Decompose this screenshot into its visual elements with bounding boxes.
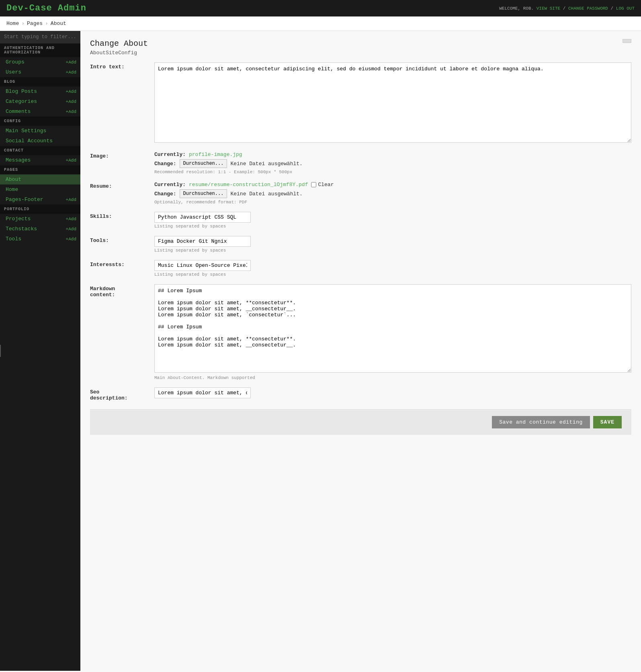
sidebar-item-groups[interactable]: Groups +Add bbox=[0, 57, 80, 67]
sidebar-item-users-add[interactable]: +Add bbox=[66, 70, 76, 75]
sidebar-item-tools-add[interactable]: +Add bbox=[66, 237, 76, 242]
interests-input[interactable] bbox=[154, 260, 251, 271]
main-content: Change About AboutSiteConfig Intro text:… bbox=[80, 31, 641, 671]
layout: « AUTHENTICATION AND AUTHORIZATION Group… bbox=[0, 31, 641, 671]
resume-currently-label: Currently: bbox=[154, 182, 186, 188]
sidebar-item-blog-posts-add[interactable]: +Add bbox=[66, 89, 76, 94]
sidebar-item-main-settings[interactable]: Main Settings bbox=[0, 126, 80, 136]
image-label: Image: bbox=[90, 152, 154, 159]
resume-label: Resume: bbox=[90, 182, 154, 189]
model-name: AboutSiteConfig bbox=[90, 50, 631, 56]
sidebar-item-messages-add[interactable]: +Add bbox=[66, 158, 76, 163]
sidebar-item-groups-add[interactable]: +Add bbox=[66, 60, 76, 65]
sidebar-item-home-label: Home bbox=[6, 186, 18, 193]
sidebar-item-projects-label: Projects bbox=[6, 216, 31, 222]
sidebar-item-pages-footer-add[interactable]: +Add bbox=[66, 197, 76, 202]
sidebar-item-projects[interactable]: Projects +Add bbox=[0, 214, 80, 224]
save-continue-button[interactable]: Save and continue editing bbox=[492, 416, 590, 428]
resume-clear-label: Clear bbox=[318, 182, 334, 188]
image-hint: Recommended resolution: 1:1 - Example: 5… bbox=[154, 170, 631, 174]
sidebar-item-messages[interactable]: Messages +Add bbox=[0, 155, 80, 165]
history-button[interactable] bbox=[623, 39, 631, 43]
sidebar-item-techstacks-label: Techstacks bbox=[6, 226, 37, 232]
skills-field: Listing separated by spaces bbox=[154, 212, 631, 229]
sidebar-item-blog-posts[interactable]: Blog Posts +Add bbox=[0, 86, 80, 96]
resume-currently-row: Currently: resume/resume-construction_lO… bbox=[154, 182, 631, 188]
markdown-label: Markdowncontent: bbox=[90, 284, 154, 298]
log-out-link[interactable]: LOG OUT bbox=[616, 6, 635, 11]
submit-bar: Save and continue editing SAVE bbox=[90, 409, 631, 435]
sidebar-item-comments-add[interactable]: +Add bbox=[66, 109, 76, 114]
skills-label: Skills: bbox=[90, 212, 154, 219]
sidebar-item-home[interactable]: Home bbox=[0, 184, 80, 195]
resume-file-button[interactable]: Durchsuchen... bbox=[180, 189, 227, 198]
sidebar-section-contact: CONTACT bbox=[0, 146, 80, 155]
save-button[interactable]: SAVE bbox=[593, 416, 622, 428]
form-row-interests: Interessts: Listing separated by spaces bbox=[90, 260, 631, 277]
sidebar-item-pages-footer-label: Pages-Footer bbox=[6, 197, 43, 203]
header: Dev-Case Admin WELCOME, ROB. VIEW SITE /… bbox=[0, 0, 641, 16]
change-password-link[interactable]: CHANGE PASSWORD bbox=[568, 6, 608, 11]
about-form: Intro text: Lorem ipsum dolor sit amet, … bbox=[90, 62, 631, 435]
form-row-skills: Skills: Listing separated by spaces bbox=[90, 212, 631, 229]
resume-field: Currently: resume/resume-construction_lO… bbox=[154, 182, 631, 205]
image-change-label: Change: bbox=[154, 161, 176, 167]
image-file-button[interactable]: Durchsuchen... bbox=[180, 159, 227, 168]
sidebar-item-about[interactable]: About bbox=[0, 174, 80, 184]
breadcrumb-home[interactable]: Home bbox=[6, 20, 19, 27]
sidebar-item-comments[interactable]: Comments +Add bbox=[0, 107, 80, 117]
image-file-none-label: Keine Datei ausgewählt. bbox=[230, 161, 302, 167]
form-row-intro: Intro text: Lorem ipsum dolor sit amet, … bbox=[90, 62, 631, 144]
interests-label: Interessts: bbox=[90, 260, 154, 268]
sidebar-item-users[interactable]: Users +Add bbox=[0, 67, 80, 77]
sidebar-collapse-btn[interactable]: « bbox=[0, 345, 1, 357]
sidebar-item-pages-footer[interactable]: Pages-Footer +Add bbox=[0, 195, 80, 205]
sidebar-item-users-label: Users bbox=[6, 69, 21, 75]
breadcrumb: Home › Pages › About bbox=[0, 16, 641, 31]
tools-input[interactable] bbox=[154, 236, 251, 247]
breadcrumb-sep-2: › bbox=[45, 20, 48, 27]
breadcrumb-current: About bbox=[51, 20, 66, 27]
sidebar-item-categories[interactable]: Categories +Add bbox=[0, 96, 80, 107]
sidebar-item-blog-posts-label: Blog Posts bbox=[6, 88, 37, 94]
page-title: Change About bbox=[90, 39, 631, 48]
skills-hint: Listing separated by spaces bbox=[154, 224, 631, 229]
sidebar-item-main-settings-label: Main Settings bbox=[6, 128, 46, 134]
form-row-seo: Seodescription: bbox=[90, 387, 631, 401]
sidebar-item-techstacks-add[interactable]: +Add bbox=[66, 227, 76, 232]
sidebar-item-social-accounts[interactable]: Social Accounts bbox=[0, 136, 80, 146]
sidebar-section-pages: PAGES bbox=[0, 165, 80, 174]
skills-input[interactable] bbox=[154, 212, 251, 223]
sidebar-item-techstacks[interactable]: Techstacks +Add bbox=[0, 224, 80, 234]
intro-text-input[interactable]: Lorem ipsum dolor sit amet, consectetur … bbox=[154, 62, 631, 143]
image-currently-label: Currently: bbox=[154, 152, 186, 158]
resume-currently-link[interactable]: resume/resume-construction_lOjmf8Y.pdf bbox=[189, 182, 308, 188]
resume-clear-checkbox[interactable] bbox=[311, 182, 316, 187]
tools-field: Listing separated by spaces bbox=[154, 236, 631, 253]
breadcrumb-sep-1: › bbox=[21, 20, 25, 27]
form-row-tools: Tools: Listing separated by spaces bbox=[90, 236, 631, 253]
view-site-link[interactable]: VIEW SITE bbox=[537, 6, 560, 11]
interests-field: Listing separated by spaces bbox=[154, 260, 631, 277]
sidebar-item-categories-add[interactable]: +Add bbox=[66, 99, 76, 104]
sidebar-item-comments-label: Comments bbox=[6, 109, 31, 115]
sidebar-filter-input[interactable] bbox=[0, 31, 80, 43]
form-row-image: Image: Currently: profile-image.jpg Chan… bbox=[90, 152, 631, 174]
markdown-hint: Main About-Content. Markdown supported bbox=[154, 375, 631, 380]
markdown-field: ## Lorem Ipsum Lorem ipsum dolor sit ame… bbox=[154, 284, 631, 380]
image-currently-link[interactable]: profile-image.jpg bbox=[189, 152, 242, 158]
header-right: WELCOME, ROB. VIEW SITE / CHANGE PASSWOR… bbox=[499, 6, 635, 11]
site-title: Dev-Case Admin bbox=[6, 3, 86, 13]
sidebar-item-categories-label: Categories bbox=[6, 98, 37, 104]
interests-hint: Listing separated by spaces bbox=[154, 272, 631, 277]
resume-file-none-label: Keine Datei ausgewählt. bbox=[230, 191, 302, 197]
intro-text-label: Intro text: bbox=[90, 62, 154, 70]
seo-input[interactable] bbox=[154, 387, 251, 398]
markdown-input[interactable]: ## Lorem Ipsum Lorem ipsum dolor sit ame… bbox=[154, 284, 631, 373]
welcome-text: WELCOME, ROB. bbox=[499, 6, 534, 11]
breadcrumb-pages[interactable]: Pages bbox=[27, 20, 43, 27]
sidebar-item-tools[interactable]: Tools +Add bbox=[0, 234, 80, 244]
form-row-markdown: Markdowncontent: ## Lorem Ipsum Lorem ip… bbox=[90, 284, 631, 380]
sidebar-section-portfolio: PORTFOLIO bbox=[0, 205, 80, 214]
sidebar-item-projects-add[interactable]: +Add bbox=[66, 217, 76, 221]
